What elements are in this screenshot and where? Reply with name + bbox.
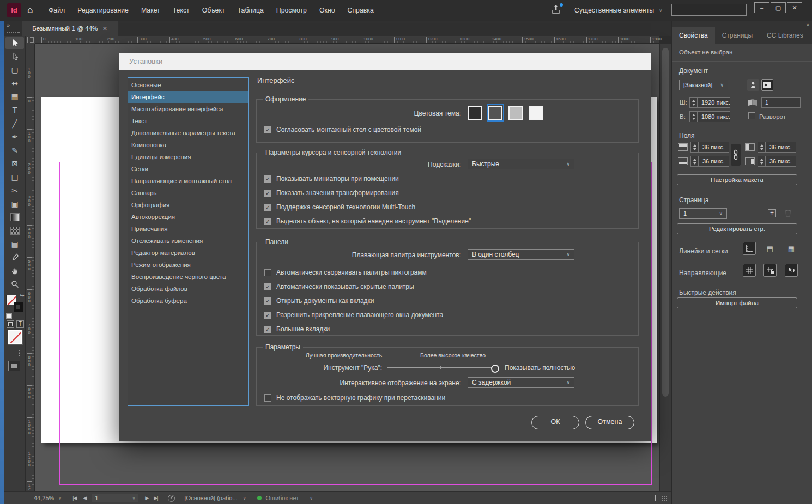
free-transform-tool[interactable]: ▣ [5, 198, 24, 210]
gradient-feather-tool[interactable] [5, 224, 24, 236]
page-number-field[interactable]: 1 ∨ [92, 494, 138, 502]
preferences-nav-item-1[interactable]: Интерфейс [128, 91, 248, 103]
note-tool[interactable]: ▤ [5, 238, 24, 250]
frame-tool[interactable]: ⊠ [5, 157, 24, 169]
height-stepper[interactable] [689, 111, 698, 122]
share-icon[interactable] [550, 4, 563, 17]
panels-option-checkbox-2[interactable]: ✓Открыть документы как вкладки [264, 297, 374, 305]
menu-item-2[interactable]: Макет [139, 7, 162, 14]
vertical-scrollbar[interactable] [659, 44, 671, 491]
portrait-orientation-button[interactable] [747, 79, 759, 91]
preferences-nav-item-9[interactable]: Словарь [128, 187, 248, 199]
slider-handle[interactable] [491, 365, 499, 373]
baseline-grid-button[interactable]: ▤ [763, 242, 777, 255]
margin-right-field[interactable]: 36 пикс. [766, 156, 796, 167]
ruler-origin-box[interactable] [26, 36, 35, 44]
link-margins-button[interactable] [731, 144, 741, 166]
checkbox-checked[interactable]: ✓ [264, 190, 271, 197]
toolbar-grip[interactable] [7, 32, 20, 33]
width-stepper[interactable] [689, 97, 698, 108]
import-file-button[interactable]: Импорт файла [677, 297, 797, 308]
preferences-nav-item-5[interactable]: Компоновка [128, 139, 248, 151]
preferences-nav-item-12[interactable]: Примечания [128, 223, 248, 235]
panels-option-checkbox-0[interactable]: Автоматически сворачивать палитры пиктог… [264, 269, 427, 276]
scissors-tool[interactable]: ✂ [5, 185, 24, 197]
previous-page-button[interactable]: ◀ [83, 495, 86, 501]
master-chevron-icon[interactable]: ∨ [243, 496, 246, 501]
checkbox-checked[interactable]: ✓ [264, 312, 271, 319]
height-field[interactable]: 1080 пикс. [698, 111, 730, 122]
preferences-nav-item-16[interactable]: Воспроизведение черного цвета [128, 271, 248, 283]
preferences-nav-item-4[interactable]: Дополнительные параметры текста [128, 127, 248, 139]
vertical-ruler[interactable]: 1000100200300400500600700800900100011001… [26, 44, 35, 491]
expand-toolbar-icon[interactable]: » [7, 22, 9, 28]
tab-properties[interactable]: Свойства [672, 27, 715, 44]
formatting-affects-text-button[interactable]: T [16, 320, 24, 328]
show-rulers-button[interactable] [743, 242, 756, 255]
zoom-chevron-icon[interactable]: ∨ [58, 496, 62, 501]
line-tool[interactable]: ╱ [5, 118, 24, 130]
menu-item-1[interactable]: Редактирование [75, 7, 131, 14]
layout-settings-button[interactable]: Настройка макета [677, 174, 797, 185]
page-tool[interactable]: ▢ [5, 64, 24, 76]
type-tool[interactable]: T [5, 104, 24, 116]
fill-stroke-controls[interactable]: ↪ [6, 293, 25, 318]
menu-item-5[interactable]: Таблица [235, 7, 266, 14]
facing-pages-checkbox[interactable] [748, 112, 755, 119]
preferences-nav-item-7[interactable]: Сетки [128, 163, 248, 175]
match-pasteboard-checkbox[interactable]: ✓Согласовать монтажный стол с цветовой т… [264, 126, 421, 133]
lock-guides-button[interactable] [763, 264, 777, 277]
cancel-button[interactable]: Отмена [585, 416, 634, 429]
document-tab[interactable]: Безымянный-1 @ 44% ✕ [22, 21, 118, 36]
zoom-level[interactable]: 44,25% [34, 495, 54, 501]
minimize-button[interactable]: – [754, 2, 769, 13]
preferences-nav-item-14[interactable]: Редактор материалов [128, 247, 248, 259]
preferences-nav-item-8[interactable]: Направляющие и монтажный стол [128, 175, 248, 187]
preferences-nav-item-0[interactable]: Основные [128, 79, 248, 91]
smart-guides-button[interactable] [785, 264, 798, 277]
next-page-button[interactable]: ▶ [145, 495, 148, 501]
checkbox-unchecked[interactable] [264, 269, 271, 276]
panels-option-checkbox-3[interactable]: ✓Разрешить прикрепление плавающего окна … [264, 311, 443, 319]
cursor-option-checkbox-1[interactable]: ✓Показать значения трансформирования [264, 189, 399, 197]
last-page-button[interactable]: ▶| [154, 495, 157, 501]
checkbox-checked[interactable]: ✓ [264, 204, 271, 211]
workspace-switcher[interactable]: Существенные элементы ∨ [574, 0, 662, 21]
margin-bottom-stepper[interactable] [690, 156, 699, 167]
checkbox-checked[interactable]: ✓ [264, 297, 271, 305]
preferences-nav-item-3[interactable]: Текст [128, 115, 248, 127]
default-fill-stroke-icon[interactable] [6, 313, 12, 319]
color-theme-swatch-1[interactable] [488, 106, 502, 120]
preflight-icon[interactable] [168, 495, 175, 502]
vector-graphics-checkbox[interactable]: Не отображать векторную графику при пере… [264, 394, 445, 402]
spread-view-icon[interactable] [646, 495, 656, 501]
menu-item-4[interactable]: Объект [200, 7, 227, 14]
preferences-nav-item-6[interactable]: Единицы измерения [128, 151, 248, 163]
width-field[interactable]: 1920 пикс. [698, 97, 730, 108]
pen-tool[interactable]: ✒ [5, 131, 24, 143]
resize-grip[interactable] [661, 495, 667, 501]
cursor-option-checkbox-0[interactable]: ✓Показывать миниатюры при помещении [264, 175, 399, 183]
delete-page-icon[interactable] [784, 209, 792, 219]
menu-item-0[interactable]: Файл [46, 7, 67, 14]
master-page-indicator[interactable]: [Основной] (рабо... [185, 495, 238, 501]
tab-cc-libraries[interactable]: CC Libraries [760, 27, 810, 44]
checkbox-checked[interactable]: ✓ [264, 326, 271, 333]
tab-pages[interactable]: Страницы [715, 27, 760, 44]
maximize-button[interactable]: ▢ [771, 2, 786, 13]
apply-gradient-icon[interactable] [10, 350, 20, 356]
errors-chevron-icon[interactable]: ∨ [310, 496, 313, 501]
live-screen-dropdown[interactable]: С задержкой ∨ [468, 377, 574, 388]
pages-count-field[interactable]: 1 [761, 97, 801, 108]
horizontal-ruler[interactable]: 0100200300400500600700800900100011001200… [35, 36, 659, 44]
menu-item-6[interactable]: Просмотр [274, 7, 309, 14]
first-page-button[interactable]: |◀ [72, 495, 76, 501]
content-collector-tool[interactable]: ▦ [5, 90, 24, 102]
swap-fill-stroke-icon[interactable]: ↪ [20, 293, 25, 299]
checkbox-checked[interactable]: ✓ [264, 218, 271, 225]
rectangle-tool[interactable]: □ [5, 171, 24, 183]
cursor-option-checkbox-3[interactable]: ✓Выделять объект, на который наведен инс… [264, 217, 471, 225]
add-page-button[interactable]: + [768, 209, 776, 217]
show-guides-button[interactable] [743, 264, 756, 277]
stroke-swatch[interactable] [14, 302, 23, 312]
